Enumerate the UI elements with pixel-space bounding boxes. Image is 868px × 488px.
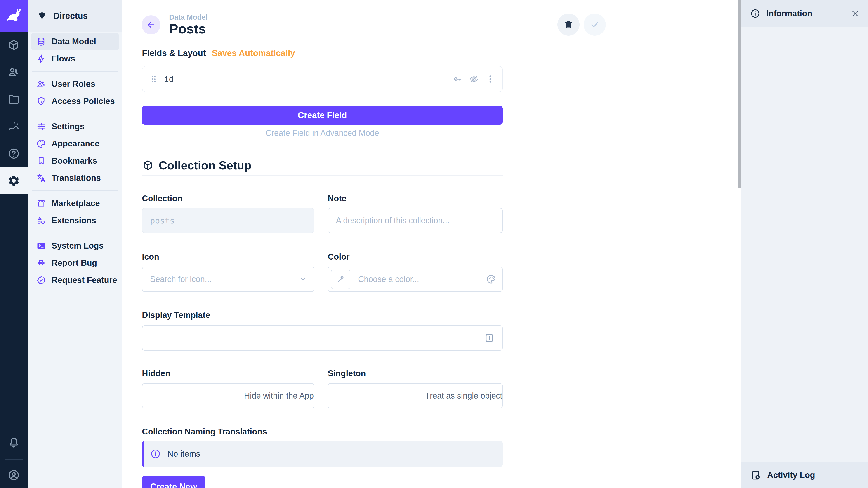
box-icon	[142, 160, 154, 171]
no-items-text: No items	[167, 449, 200, 459]
main-scrollbar-thumb[interactable]	[738, 0, 741, 188]
collection-setup-title: Collection Setup	[159, 159, 251, 172]
sidebar-item-label: Data Model	[52, 37, 96, 46]
sidebar-item-flows[interactable]: Flows	[31, 50, 119, 67]
hidden-checkbox[interactable]	[150, 384, 237, 408]
sidebar-item-settings[interactable]: Settings	[31, 118, 119, 135]
create-field-button[interactable]: Create Field	[142, 106, 503, 125]
sidebar-item-bookmarks[interactable]: Bookmarks	[31, 152, 119, 169]
info-sidebar-header[interactable]: Information	[741, 0, 868, 27]
module-insights[interactable]	[0, 113, 28, 140]
page-title: Posts	[169, 22, 208, 36]
navigation-sidebar: Directus Data Model Flows	[28, 0, 122, 488]
singleton-checkbox[interactable]	[336, 384, 418, 408]
plus-box-icon	[484, 332, 495, 344]
palette-icon	[36, 139, 46, 149]
module-settings[interactable]	[0, 167, 28, 194]
header-actions	[557, 13, 606, 36]
sidebar-item-label: Report Bug	[52, 258, 97, 268]
chevron-down-icon[interactable]	[298, 274, 308, 284]
shield-user-icon	[36, 96, 46, 106]
activity-log-icon	[750, 469, 761, 481]
info-circle-icon	[750, 8, 761, 19]
sidebar-item-user-roles[interactable]: User Roles	[31, 75, 119, 93]
note-input[interactable]	[328, 208, 502, 233]
hidden-field-wrap: Hide within the App	[142, 383, 314, 409]
sidebar-item-label: Access Policies	[52, 96, 115, 106]
fields-layout-label: Fields & Layout	[142, 48, 206, 58]
storefront-icon	[36, 198, 46, 208]
sidebar-item-access-policies[interactable]: Access Policies	[31, 93, 119, 110]
module-files[interactable]	[0, 86, 28, 113]
fields-layout-header: Fields & Layout Saves Automatically	[142, 48, 295, 58]
activity-log-bar[interactable]: Activity Log	[741, 462, 868, 488]
notifications-button[interactable]	[0, 429, 28, 456]
project-name: Directus	[53, 11, 88, 21]
sidebar-item-marketplace[interactable]: Marketplace	[31, 195, 119, 212]
nav-divider	[32, 233, 118, 233]
nav-divider	[32, 113, 118, 114]
directus-logo-button[interactable]	[0, 0, 28, 32]
help-icon	[7, 147, 20, 160]
display-template-input[interactable]	[143, 326, 483, 350]
drag-handle[interactable]	[149, 74, 159, 84]
eye-off-icon[interactable]	[469, 74, 479, 84]
save-button[interactable]	[584, 13, 606, 36]
kebab-menu-icon[interactable]	[485, 74, 495, 84]
collection-setup-heading: Collection Setup	[142, 159, 251, 172]
close-icon	[850, 9, 860, 18]
module-bar-divider	[5, 459, 23, 459]
create-field-advanced-link[interactable]: Create Field in Advanced Mode	[142, 128, 503, 138]
sidebar-item-label: Translations	[52, 173, 101, 183]
icon-search-input[interactable]	[143, 267, 298, 291]
title-block: Data Model Posts	[169, 13, 208, 36]
sidebar-item-extensions[interactable]: Extensions	[31, 212, 119, 229]
note-input-wrap	[328, 208, 503, 233]
color-input[interactable]	[350, 267, 486, 291]
color-swatch-button[interactable]	[331, 269, 350, 289]
sidebar-item-appearance[interactable]: Appearance	[31, 135, 119, 152]
field-name: id	[164, 74, 174, 84]
bookmark-icon	[36, 156, 46, 166]
directus-rabbit-icon	[5, 7, 23, 25]
primary-key-icon	[453, 74, 463, 84]
module-docs[interactable]	[0, 140, 28, 167]
sidebar-item-data-model[interactable]: Data Model	[31, 33, 119, 50]
sidebar-item-report-bug[interactable]: Report Bug	[31, 254, 119, 271]
directus-app: Directus Data Model Flows	[0, 0, 868, 488]
module-users[interactable]	[0, 59, 28, 86]
close-sidebar-button[interactable]	[850, 9, 860, 18]
account-button[interactable]	[0, 462, 28, 488]
project-fan-icon	[37, 10, 48, 21]
back-button[interactable]	[142, 15, 160, 34]
bug-icon	[36, 258, 46, 268]
terminal-icon	[36, 241, 46, 251]
sidebar-item-request-feature[interactable]: Request Feature	[31, 271, 119, 289]
module-bar	[0, 0, 28, 488]
palette-icon[interactable]	[486, 274, 496, 285]
main-content: Data Model Posts	[122, 0, 739, 488]
icon-select-wrap	[142, 267, 314, 292]
add-field-to-template-button[interactable]	[483, 331, 496, 345]
sidebar-item-label: Appearance	[52, 139, 99, 149]
project-header[interactable]: Directus	[28, 0, 122, 32]
sidebar-item-label: Marketplace	[52, 199, 100, 208]
sidebar-item-system-logs[interactable]: System Logs	[31, 237, 119, 254]
collection-input[interactable]	[143, 208, 314, 233]
sidebar-item-label: User Roles	[52, 79, 95, 89]
users-icon	[7, 66, 20, 78]
singleton-checkbox-label[interactable]: Treat as single object	[425, 391, 502, 400]
info-sidebar: Information Activity Log	[741, 0, 868, 488]
tune-icon	[36, 122, 46, 131]
people-icon	[36, 79, 46, 89]
create-new-translation-button[interactable]: Create New	[142, 476, 205, 488]
sidebar-item-translations[interactable]: Translations	[31, 169, 119, 187]
module-content[interactable]	[0, 32, 28, 59]
bell-icon	[7, 436, 20, 449]
hidden-checkbox-label[interactable]: Hide within the App	[244, 391, 314, 400]
sidebar-item-label: Bookmarks	[52, 156, 97, 166]
field-row-id[interactable]: id	[142, 66, 503, 92]
breadcrumb[interactable]: Data Model	[169, 13, 208, 22]
delete-collection-button[interactable]	[557, 13, 580, 36]
nav-list: Data Model Flows User Roles	[28, 32, 122, 289]
